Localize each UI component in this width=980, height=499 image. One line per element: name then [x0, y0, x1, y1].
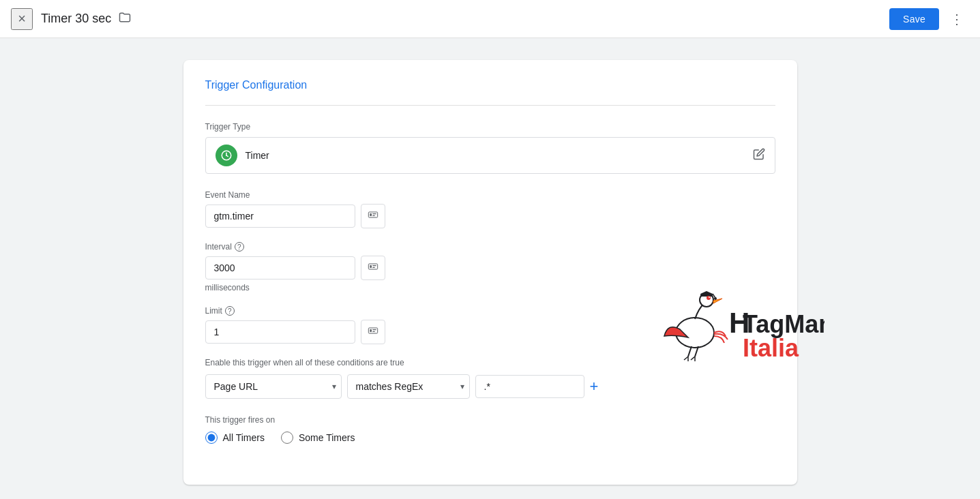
svg-rect-18	[700, 294, 713, 297]
event-name-variable-button[interactable]	[361, 204, 385, 228]
svg-point-23	[707, 296, 711, 300]
variable-icon	[368, 209, 378, 223]
logo-svg: H TagManager Italia	[647, 282, 825, 363]
fires-on-label: This trigger fires on	[205, 415, 599, 425]
variable-icon-3	[368, 325, 378, 339]
interval-hint: milliseconds	[205, 283, 599, 292]
more-options-button[interactable]: ⋮	[945, 7, 969, 31]
svg-rect-8	[368, 264, 377, 269]
more-icon: ⋮	[950, 11, 964, 27]
condition-value-input[interactable]	[475, 375, 584, 398]
svg-rect-6	[372, 213, 376, 214]
svg-line-29	[691, 357, 695, 360]
radio-some-timers-input[interactable]	[281, 432, 293, 444]
svg-point-21	[714, 297, 717, 300]
radio-some-timers-label: Some Timers	[299, 432, 355, 443]
interval-field-group: Interval ?	[205, 242, 599, 292]
main-content: Trigger Configuration Trigger Type Timer	[0, 38, 980, 499]
trigger-config-card: Trigger Configuration Trigger Type Timer	[183, 60, 797, 485]
topbar-title: Timer 30 sec	[41, 10, 889, 27]
condition-field-wrapper: Page URL Page Hostname Page Path Referre…	[205, 374, 342, 399]
clock-icon	[220, 149, 233, 162]
folder-icon[interactable]	[118, 10, 132, 27]
svg-rect-10	[372, 265, 376, 266]
conditions-section: Enable this trigger when all of these co…	[205, 358, 599, 399]
condition-operator-wrapper: matches RegEx equals contains starts wit…	[347, 374, 470, 399]
limit-label: Limit ?	[205, 306, 599, 316]
event-name-input-row	[205, 204, 599, 228]
conditions-label: Enable this trigger when all of these co…	[205, 358, 599, 367]
svg-rect-4	[368, 212, 377, 217]
svg-marker-19	[700, 291, 713, 294]
interval-input-row	[205, 256, 599, 280]
fires-on-radio-group: All Timers Some Timers	[205, 432, 599, 444]
card-title: Trigger Configuration	[205, 79, 775, 91]
edit-trigger-type-button[interactable]	[753, 148, 765, 164]
trigger-type-box: Timer	[205, 137, 775, 174]
condition-field-select[interactable]: Page URL Page Hostname Page Path Referre…	[205, 374, 342, 399]
trigger-type-label: Trigger Type	[205, 122, 775, 132]
topbar: × Timer 30 sec Save ⋮	[0, 0, 980, 38]
limit-help-icon[interactable]: ?	[225, 306, 235, 316]
radio-some-timers[interactable]: Some Timers	[281, 432, 355, 444]
svg-rect-14	[372, 329, 376, 330]
interval-label: Interval ?	[205, 242, 599, 252]
svg-point-24	[709, 297, 710, 298]
form-logo-row: Event Name	[205, 190, 775, 457]
svg-point-3	[226, 155, 227, 156]
trigger-type-name: Timer	[246, 150, 753, 161]
limit-variable-button[interactable]	[361, 320, 385, 344]
plus-icon: +	[590, 378, 599, 395]
logo-column: H TagManager Italia	[620, 190, 852, 457]
radio-all-timers-input[interactable]	[205, 432, 218, 444]
trigger-type-section: Trigger Type Timer	[205, 122, 775, 174]
svg-rect-13	[370, 329, 372, 332]
close-button[interactable]: ×	[11, 8, 33, 30]
svg-rect-7	[372, 215, 374, 216]
svg-rect-5	[370, 213, 372, 216]
condition-operator-select[interactable]: matches RegEx equals contains starts wit…	[347, 374, 470, 399]
tagmanager-italia-logo: H TagManager Italia	[647, 282, 825, 366]
divider	[205, 105, 775, 106]
event-name-field-group: Event Name	[205, 190, 599, 228]
radio-all-timers[interactable]: All Timers	[205, 432, 265, 444]
conditions-row: Page URL Page Hostname Page Path Referre…	[205, 374, 599, 399]
variable-icon-2	[368, 261, 378, 275]
limit-input-row	[205, 320, 599, 344]
svg-rect-9	[370, 265, 372, 268]
form-fields-column: Event Name	[205, 190, 599, 457]
add-condition-button[interactable]: +	[590, 378, 599, 395]
svg-rect-11	[372, 267, 374, 268]
event-name-input[interactable]	[205, 205, 355, 228]
save-button[interactable]: Save	[889, 8, 939, 30]
limit-field-group: Limit ?	[205, 306, 599, 344]
event-name-label: Event Name	[205, 190, 599, 200]
svg-rect-15	[372, 331, 374, 332]
svg-text:Italia: Italia	[743, 334, 799, 362]
interval-input[interactable]	[205, 256, 355, 279]
timer-icon-circle	[216, 145, 237, 166]
limit-input[interactable]	[205, 320, 355, 344]
svg-line-27	[684, 357, 688, 360]
svg-rect-12	[368, 328, 377, 333]
fires-on-section: This trigger fires on All Timers Some Ti…	[205, 415, 599, 444]
topbar-actions: Save ⋮	[889, 7, 969, 31]
radio-all-timers-label: All Timers	[223, 432, 265, 443]
interval-variable-button[interactable]	[361, 256, 385, 280]
interval-help-icon[interactable]: ?	[235, 242, 244, 252]
page-title: Timer 30 sec	[41, 12, 111, 26]
